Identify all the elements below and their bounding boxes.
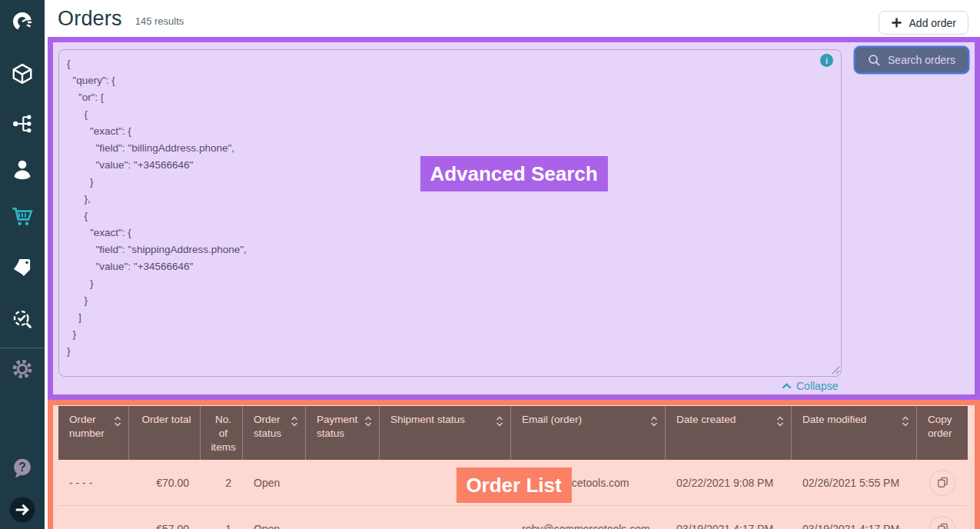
sort-icon (902, 415, 909, 428)
sidebar: ? (0, 0, 45, 529)
sort-icon (496, 415, 503, 428)
cell-date-modified: 02/26/2021 5:55 PM (792, 477, 917, 489)
col-header-order-number[interactable]: Order number (58, 406, 129, 460)
package-icon (11, 62, 34, 85)
sidebar-item-help[interactable]: ? (0, 454, 45, 481)
commercetools-logo-icon (10, 9, 35, 34)
cell-order-total: €57.00 (129, 523, 201, 529)
sort-icon (650, 415, 658, 428)
sidebar-item-audit[interactable] (0, 305, 45, 333)
main-content: Orders 145 results Add order { "query": … (45, 0, 980, 529)
sidebar-expand-button[interactable] (0, 496, 45, 524)
table-row[interactable]: - - - - €70.00 2 Open @commercetools.com… (58, 460, 968, 506)
cell-order-number: - - - - (58, 523, 129, 529)
sort-icon (776, 415, 784, 428)
col-header-payment-status[interactable]: Payment status (306, 406, 380, 460)
cell-order-status: Open (243, 477, 306, 489)
chevron-up-icon (781, 381, 792, 391)
sidebar-item-customers[interactable] (0, 155, 45, 182)
topbar: Orders 145 results Add order (45, 0, 980, 37)
cell-no-of-items: 2 (201, 477, 243, 489)
sitemap-icon (11, 112, 34, 135)
copy-order-button[interactable] (929, 516, 955, 529)
arrow-right-icon (8, 496, 36, 524)
cell-date-created: 02/22/2021 9:08 PM (666, 477, 792, 489)
collapse-toggle[interactable]: Collapse (781, 378, 838, 394)
table-header-row: Order number Order total No. of items Or… (58, 406, 968, 460)
sort-icon (114, 415, 121, 428)
cell-order-number: - - - - (58, 477, 129, 489)
sidebar-item-categories[interactable] (0, 110, 45, 138)
results-count: 145 results (135, 15, 184, 27)
cell-date-created: 03/19/2021 4:17 PM (666, 523, 792, 529)
cell-date-modified: 03/19/2021 4:17 PM (792, 523, 917, 529)
sort-icon (291, 415, 298, 428)
copy-order-button[interactable] (929, 470, 955, 496)
orders-table: Order number Order total No. of items Or… (58, 406, 968, 529)
col-header-shipment-status[interactable]: Shipment status (380, 406, 511, 460)
person-icon (11, 157, 34, 180)
app-logo[interactable] (0, 8, 45, 35)
svg-text:?: ? (18, 461, 26, 474)
info-icon[interactable]: i (820, 54, 833, 67)
plus-icon (891, 17, 902, 28)
table-row[interactable]: - - - - €57.00 1 Open roby@commercetools… (58, 506, 968, 529)
col-header-date-created[interactable]: Date created (666, 406, 792, 460)
cell-order-status: Open (243, 523, 306, 529)
shopping-cart-icon (10, 205, 35, 229)
sidebar-item-orders[interactable] (0, 203, 45, 231)
search-orders-button[interactable]: Search orders (855, 48, 968, 72)
col-header-order-total[interactable]: Order total (129, 406, 201, 460)
resize-handle[interactable] (830, 364, 840, 374)
add-order-button[interactable]: Add order (879, 11, 968, 35)
page-title: Orders (58, 7, 122, 31)
sidebar-item-products[interactable] (0, 60, 45, 88)
cell-email: roby@commercetools.com (511, 523, 666, 529)
cell-no-of-items: 1 (201, 523, 243, 529)
col-header-order-status[interactable]: Order status (243, 406, 306, 460)
col-header-email[interactable]: Email (order) (511, 406, 666, 460)
tags-icon (11, 255, 34, 278)
search-check-icon (11, 308, 34, 331)
sidebar-divider (0, 348, 45, 348)
orders-page: ? Orders 145 results (0, 0, 980, 529)
sort-icon (364, 415, 372, 428)
col-header-copy-order: Copy order (917, 406, 968, 460)
cell-email: @commercetools.com (511, 477, 666, 489)
col-header-no-of-items[interactable]: No. of items (201, 406, 243, 460)
col-header-date-modified[interactable]: Date modified (792, 406, 917, 460)
sidebar-item-settings[interactable] (0, 355, 45, 383)
search-icon (868, 54, 881, 67)
sidebar-item-discounts[interactable] (0, 253, 45, 281)
help-bubble-icon: ? (11, 456, 34, 479)
cell-order-total: €70.00 (129, 477, 201, 489)
query-editor[interactable]: { "query": { "or": [ { "exact": { "field… (58, 49, 842, 377)
gear-icon (11, 358, 34, 381)
